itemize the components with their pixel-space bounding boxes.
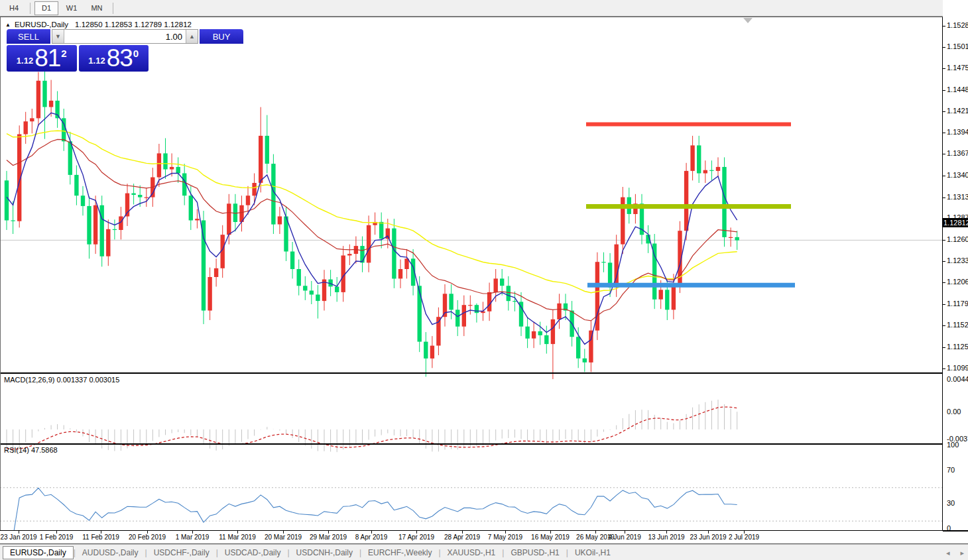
axis-tick [943,154,945,154]
price-axis-label: 1.13675 [947,149,968,157]
chart-left-border [0,17,1,530]
buy-price-prefix: 1.12 [88,56,105,70]
ma-fast-line [7,113,737,344]
triangle-up-icon: ▲ [189,33,195,40]
timeframe-button-d1[interactable]: D1 [34,1,58,15]
chart-window [0,17,968,544]
pane-separator[interactable] [0,443,968,445]
price-axis-label: 1.15285 [947,21,968,29]
axis-tick [943,304,945,305]
axis-tick [943,90,945,91]
tab-usdcnh-daily[interactable]: USDCNH-,Daily [290,546,359,559]
timeframe-button-h4[interactable]: H4 [2,1,26,15]
one-click-trade-panel: SELL ▼ ▲ BUY 1.12 81 2 1.12 83 0 [7,29,149,72]
axis-tick [943,176,945,176]
macd-histogram [7,400,737,453]
tab-scroll-left-icon[interactable]: ◂ [946,549,950,557]
macd-pane[interactable] [0,391,943,460]
rsi-axis-label: 100 [947,441,959,449]
axis-tick [943,347,945,348]
date-axis-label: 11 Feb 2019 [74,533,127,541]
chart-title: ▲EURUSD-,Daily1.12850 1.12853 1.12789 1.… [5,21,192,28]
axis-tick [943,197,945,198]
axis-tick [943,111,945,112]
collapse-arrow-icon[interactable]: ▲ [5,22,11,28]
price-axis-label: 1.11795 [947,300,968,308]
volume-decrease-button[interactable]: ▼ [52,30,64,43]
axis-tick [943,68,945,69]
date-axis-label: 11 Mar 2019 [211,533,264,541]
timeframe-toolbar: H4D1W1MN [0,0,968,17]
current-price-tag: 1.12812 [943,218,968,227]
toolbar-separator [113,3,113,14]
rsi-axis-label: 70 [947,466,955,474]
price-axis-label: 1.10990 [947,364,968,372]
axis-tick [943,240,945,241]
sell-button[interactable]: SELL [7,29,50,44]
tab-usdchf-daily[interactable]: USDCHF-,Daily [147,546,216,559]
triangle-down-icon: ▼ [55,33,61,40]
price-axis-label: 1.14480 [947,85,968,93]
chart-shift-marker-icon[interactable] [743,18,753,23]
axis-tick [943,325,945,326]
symbol-title: EURUSD-,Daily [15,21,68,28]
pane-separator[interactable] [0,372,968,374]
timeframe-button-w1[interactable]: W1 [60,1,84,15]
sell-price-pip: 2 [61,48,66,59]
volume-increase-button[interactable]: ▲ [186,30,198,43]
timeframe-buttons: H4D1W1MN [1,1,117,15]
price-axis-label: 1.11255 [947,343,968,351]
axis-tick [943,282,945,283]
price-axis-label: 1.12330 [947,256,968,264]
tab-audusd-daily[interactable]: AUDUSD-,Daily [76,546,145,559]
macd-axis-label: 0.004465 [947,375,968,383]
toolbar-separator [30,3,30,14]
tab-scroll-right-icon[interactable]: ▸ [960,549,964,557]
timeframe-button-mn[interactable]: MN [85,1,109,15]
sell-price-prefix: 1.12 [17,56,33,70]
price-axis-label: 1.11525 [947,321,968,329]
tab-scroll-controls: ◂ ▸ [946,545,964,560]
axis-tick [943,368,945,369]
sell-price-button[interactable]: 1.12 81 2 [7,45,77,72]
ma-mid-line [7,139,737,321]
tab-eurchf-weekly[interactable]: EURCHF-,Weekly [361,546,438,559]
price-axis-label: 1.13945 [947,128,968,136]
axis-tick [943,261,945,262]
tab-xauusd-h1[interactable]: XAUUSD-,H1 [441,546,503,559]
tab-ukoil-h1[interactable]: UKOil-,H1 [568,546,617,559]
price-axis-label: 1.14210 [947,107,968,115]
price-axis-label: 1.13405 [947,171,968,179]
buy-button[interactable]: BUY [200,29,243,44]
axis-tick [943,26,945,27]
date-axis[interactable]: 23 Jan 20191 Feb 201911 Feb 201920 Feb 2… [0,531,943,543]
price-axis-label: 1.12065 [947,278,968,286]
sell-price-big: 81 [34,46,60,70]
rsi-axis-label: 0 [947,524,951,532]
date-axis-label: 17 Apr 2019 [390,533,443,541]
tab-eurusd-daily[interactable]: EURUSD-,Daily [3,546,74,559]
axis-tick [943,133,945,133]
price-axis-label: 1.13135 [947,193,968,201]
buy-price-pip: 0 [133,48,139,59]
price-chart[interactable] [0,34,943,390]
ohlc-values: 1.12850 1.12853 1.12789 1.12812 [75,21,192,28]
price-axis[interactable]: 1.152851.150151.147501.144801.142101.139… [943,0,968,530]
macd-axis-label: 0.00 [947,408,961,416]
date-axis-label: 2 Jul 2019 [717,533,770,541]
rsi-axis-label: 30 [947,499,955,507]
price-axis-label: 1.12600 [947,235,968,243]
rsi-label: RSI(14) 47.5868 [4,446,58,454]
chart-tab-bar: EURUSD-,Daily|AUDUSD-,Daily|USDCHF-,Dail… [0,544,968,560]
tab-gbpusd-h1[interactable]: GBPUSD-,H1 [504,546,566,559]
tab-usdcad-daily[interactable]: USDCAD-,Daily [218,546,288,559]
tab-list: EURUSD-,Daily|AUDUSD-,Daily|USDCHF-,Dail… [0,546,617,559]
axis-tick [943,47,945,48]
macd-label: MACD(12,26,9) 0.001337 0.003015 [4,376,119,384]
price-axis-label: 1.14750 [947,64,968,72]
buy-price-big: 83 [107,46,133,70]
buy-price-button[interactable]: 1.12 83 0 [79,45,149,72]
volume-input[interactable] [64,30,186,43]
volume-stepper: ▼ ▲ [52,29,198,44]
price-axis-label: 1.15015 [947,42,968,50]
